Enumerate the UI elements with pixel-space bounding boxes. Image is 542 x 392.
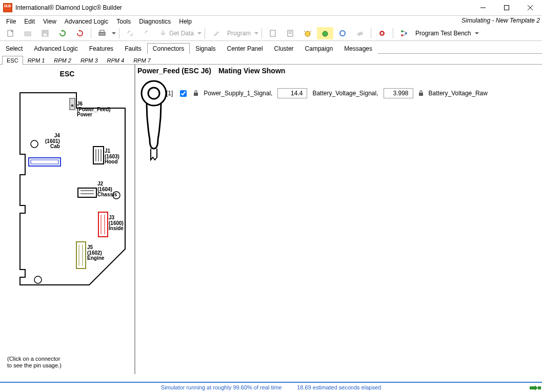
tab-advanced-logic[interactable]: Advanced Logic [28,43,83,54]
test-bench-dropdown[interactable] [474,31,479,35]
menu-diagnostics[interactable]: Diagnostics [135,17,175,26]
menu-advanced-logic[interactable]: Advanced Logic [61,17,112,26]
connector-hint: (Click on a connectorto see the pin usag… [7,356,62,369]
tab-campaign[interactable]: Campaign [299,43,339,54]
connector-j6-label[interactable]: J6(Power_Feed)Power [77,101,111,118]
tab-connectors[interactable]: Connectors [147,43,190,54]
svg-point-46 [148,88,159,99]
minimize-button[interactable] [471,0,495,15]
svg-point-14 [305,31,310,36]
subtab-rpm3[interactable]: RPM 3 [76,56,103,65]
program-button[interactable]: Program [225,27,253,39]
menu-tools[interactable]: Tools [112,17,135,26]
svg-rect-49 [530,386,535,389]
pin-enable-checkbox[interactable] [180,90,187,97]
new-button[interactable] [2,27,18,39]
svg-rect-31 [31,160,58,164]
svg-rect-48 [419,93,423,96]
connector-j4-label[interactable]: J4(1601)Cab [45,133,60,150]
status-sim-text: Simulator running at roughly 99.60% of r… [161,384,282,390]
svg-rect-28 [70,98,75,110]
doc2-button[interactable] [282,27,298,39]
bug-green-button[interactable] [317,27,333,39]
program-dropdown[interactable] [254,31,259,35]
subtab-rpm2[interactable]: RPM 2 [49,56,76,65]
subtab-rpm7[interactable]: RPM 7 [129,56,155,65]
svg-rect-1 [505,6,509,10]
connector-j2-label[interactable]: J2(1604)Chassis [97,181,117,198]
lock-icon [193,90,198,96]
svg-point-22 [401,30,403,32]
svg-point-25 [31,140,38,148]
get-data-button[interactable]: Get Data [157,27,196,39]
window-title: International® Diamond Logic® Builder [15,4,122,11]
connector-j1-label[interactable]: J1(1603)Hood [105,149,119,165]
unlink-button[interactable] [139,27,156,39]
close-button[interactable] [518,0,542,15]
title-bar: International® Diamond Logic® Builder [0,0,542,16]
svg-rect-9 [100,30,104,32]
tab-select[interactable]: Select [0,43,28,54]
main-tabs: Select Advanced Logic Features Faults Co… [0,42,542,54]
app-icon [3,3,12,12]
svg-point-17 [323,31,328,36]
tab-center-panel[interactable]: Center Panel [222,43,269,54]
sim-control-button[interactable] [334,27,351,39]
open-button[interactable] [19,27,36,39]
tab-cluster[interactable]: Cluster [269,43,299,54]
svg-point-27 [34,276,42,283]
connector-j3-label[interactable]: J3(1600)Inside [109,215,124,232]
menu-edit[interactable]: Edit [20,17,39,26]
svg-point-45 [142,81,166,106]
subtab-esc[interactable]: ESC [2,56,23,65]
signal-2-value[interactable]: 3.998 [384,88,413,98]
svg-rect-5 [25,32,31,36]
signal-1-value[interactable]: 14.4 [277,88,307,98]
link-button[interactable] [122,27,138,39]
get-data-dropdown[interactable] [197,31,202,35]
branch-icon[interactable] [396,27,412,39]
lock-icon [418,90,424,96]
svg-rect-21 [381,32,383,34]
status-elapsed-text: 18.69 estimated seconds elapsed [297,384,381,390]
doc1-button[interactable] [265,27,281,39]
signal-2-name: Battery_Voltage_Signal, [312,90,378,97]
bug-yellow-button[interactable] [299,27,316,39]
svg-rect-50 [538,386,541,389]
edit-icon-button[interactable] [208,27,224,39]
svg-rect-39 [98,212,108,237]
connector-detail-panel: Power_Feed (ESC J6) Mating View Shown [1… [135,65,542,374]
refresh-red-button[interactable] [72,27,88,39]
refresh-green-button[interactable] [54,27,71,39]
svg-rect-10 [270,30,275,36]
menu-view[interactable]: View [39,17,61,26]
svg-point-18 [340,31,345,36]
connection-status-icon [530,384,541,391]
status-bar: Simulator running at roughly 99.60% of r… [0,382,542,392]
tab-features[interactable]: Features [84,43,119,54]
detail-header: Power_Feed (ESC J6) Mating View Shown [137,67,285,75]
print-dropdown[interactable] [111,31,116,35]
svg-line-16 [310,31,311,32]
maximize-button[interactable] [495,0,518,15]
svg-rect-7 [44,34,47,36]
menu-help[interactable]: Help [175,17,196,26]
tab-messages[interactable]: Messages [338,43,378,54]
pin-index: [1] [166,90,173,97]
erase-button[interactable] [352,27,368,39]
sub-tabs: ESC RPM 1 RPM 2 RPM 3 RPM 4 RPM 7 [0,54,542,65]
svg-rect-19 [357,31,363,36]
svg-rect-8 [99,32,105,35]
subtab-rpm4[interactable]: RPM 4 [103,56,129,65]
stop-record-button[interactable] [374,27,390,39]
menu-file[interactable]: File [2,17,20,26]
signal-1-name: Power_Supply_1_Signal, [204,90,272,97]
tab-signals[interactable]: Signals [190,43,221,54]
subtab-rpm1[interactable]: RPM 1 [23,56,50,65]
save-button[interactable] [37,27,53,39]
tab-faults[interactable]: Faults [119,43,147,54]
test-bench-button[interactable]: Program Test Bench [413,27,473,39]
svg-rect-47 [194,93,198,96]
print-button[interactable] [94,27,110,39]
connector-j5-label[interactable]: J5(1602)Engine [87,245,104,261]
